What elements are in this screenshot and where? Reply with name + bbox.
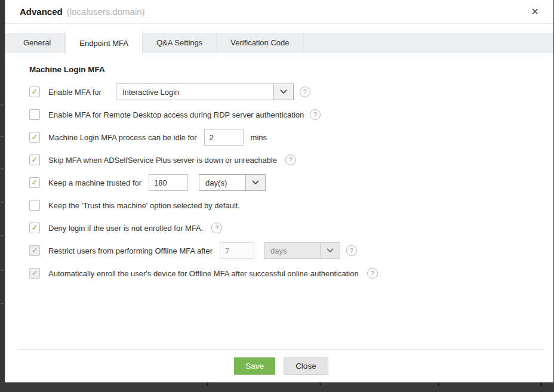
skip-mfa-label: Skip MFA when ADSelfService Plus server … [48,156,277,165]
mfa-type-selected-value: Interactive Login [116,84,273,100]
enable-mfa-label: Enable MFA for [48,88,101,97]
offline-unit-selected-value: days [264,243,320,258]
dimmed-page-artifact [1,303,4,304]
dimmed-page-artifact [1,235,4,236]
tab-bar: General Endpoint MFA Q&A Settings Verifi… [5,33,553,53]
dialog-footer: Save Close [17,349,545,382]
tab-qa-settings[interactable]: Q&A Settings [143,33,217,53]
checkmark-icon: ✓ [32,269,38,277]
dimmed-page-artifact [1,136,4,137]
help-icon[interactable]: ? [310,109,321,120]
checkmark-icon: ✓ [32,133,38,141]
trusted-duration-label: Keep a machine trusted for [48,178,141,187]
dimmed-page-artifact [540,382,542,385]
row-skip-mfa: ✓ Skip MFA when ADSelfService Plus serve… [29,152,553,168]
dimmed-page-artifact [1,168,4,169]
dialog-header: Advanced (localusers.domain) ✕ [5,0,553,24]
idle-time-checkbox[interactable]: ✓ [29,132,40,143]
section-title: Machine Login MFA [29,65,553,74]
help-icon[interactable]: ? [285,155,296,165]
dimmed-page-artifact [1,270,4,271]
dimmed-page-bottom-strip [0,382,554,392]
dimmed-page-artifact [207,382,208,385]
tab-verification-code[interactable]: Verification Code [217,33,303,53]
dimmed-page-artifact [1,104,4,106]
checkmark-icon: ✓ [32,178,38,186]
help-icon[interactable]: ? [300,87,310,97]
rdp-mfa-checkbox[interactable] [29,109,40,120]
mfa-type-select[interactable]: Interactive Login [116,84,294,100]
trusted-days-input[interactable] [149,174,188,191]
deny-login-checkbox[interactable]: ✓ [29,223,40,233]
close-button[interactable]: Close [284,357,328,375]
row-trusted-duration: ✓ Keep a machine trusted for day(s) [29,174,553,191]
trusted-unit-select[interactable]: day(s) [199,174,266,191]
dialog-title: Advanced [20,7,63,17]
deny-login-label: Deny login if the user is not enrolled f… [48,224,203,233]
restrict-offline-label: Restrict users from performing Offline M… [48,246,213,255]
offline-days-input [220,242,254,259]
row-enable-mfa-for: ✓ Enable MFA for Interactive Login ? [29,84,553,100]
idle-time-label: Machine Login MFA process can be idle fo… [48,133,197,142]
close-icon[interactable]: ✕ [529,6,541,18]
save-button[interactable]: Save [234,357,275,375]
auto-enroll-label: Automatically enroll the user's device f… [48,269,359,278]
checkmark-icon: ✓ [32,88,38,95]
checkmark-icon: ✓ [32,156,38,163]
rdp-mfa-label: Enable MFA for Remote Desktop access dur… [48,110,304,119]
chevron-down-icon [320,243,340,258]
help-icon[interactable]: ? [211,223,222,233]
checkmark-icon: ✓ [32,224,38,232]
dimmed-page-artifact [1,202,4,203]
idle-minutes-input[interactable] [204,129,244,146]
checkmark-icon: ✓ [32,246,38,254]
endpoint-mfa-panel: Machine Login MFA ✓ Enable MFA for Inter… [5,53,553,282]
dialog-subtitle-domain: (localusers.domain) [67,7,145,17]
row-restrict-offline-mfa: ✓ Restrict users from performing Offline… [29,242,553,259]
row-trust-default: Keep the 'Trust this machine' option sel… [29,197,553,214]
chevron-down-icon [273,84,293,100]
skip-mfa-checkbox[interactable]: ✓ [29,155,40,165]
tab-endpoint-mfa[interactable]: Endpoint MFA [65,31,143,55]
auto-enroll-checkbox: ✓ [29,268,40,279]
row-rdp-mfa: Enable MFA for Remote Desktop access dur… [29,106,553,123]
idle-minutes-unit-label: mins [251,133,267,142]
dimmed-page-left-strip [0,0,5,392]
dimmed-page-artifact [319,382,321,385]
restrict-offline-checkbox: ✓ [29,245,40,256]
tab-general[interactable]: General [10,33,65,53]
row-auto-enroll-offline: ✓ Automatically enroll the user's device… [29,265,553,282]
offline-unit-select: days [264,242,340,259]
trusted-unit-selected-value: day(s) [199,175,245,190]
trusted-duration-checkbox[interactable]: ✓ [29,177,40,188]
trust-default-checkbox[interactable] [29,200,40,211]
advanced-settings-dialog: Advanced (localusers.domain) ✕ General E… [5,0,553,382]
help-icon[interactable]: ? [346,245,357,256]
dimmed-page-artifact [438,382,439,385]
enable-mfa-checkbox[interactable]: ✓ [29,87,40,97]
row-deny-login: ✓ Deny login if the user is not enrolled… [29,220,553,236]
trust-default-label: Keep the 'Trust this machine' option sel… [48,201,240,210]
chevron-down-icon [245,175,265,190]
help-icon[interactable]: ? [367,268,378,279]
row-idle-time: ✓ Machine Login MFA process can be idle … [29,129,553,146]
